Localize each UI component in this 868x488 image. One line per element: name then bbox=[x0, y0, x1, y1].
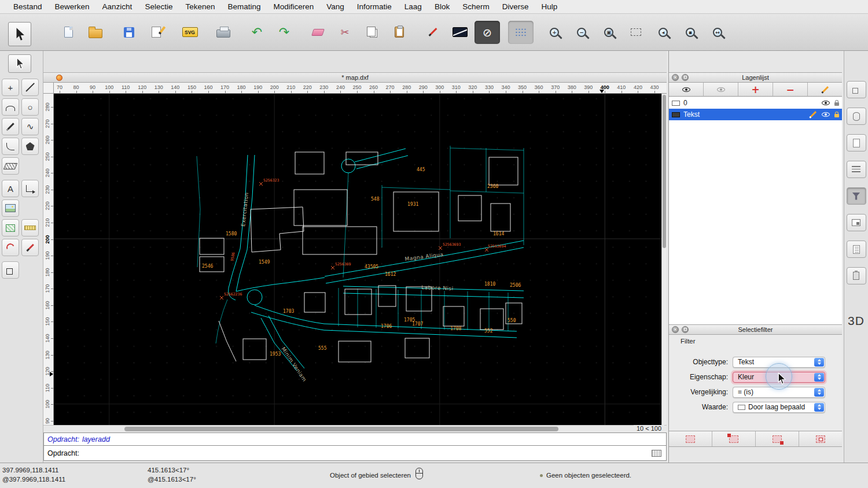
save-file-button[interactable] bbox=[116, 21, 142, 44]
zoom-window-button[interactable]: ▪ bbox=[678, 21, 703, 44]
spline-tool-button[interactable]: ∿ bbox=[21, 118, 39, 135]
arc-tool-button[interactable] bbox=[2, 98, 19, 116]
remove-layer-button[interactable]: − bbox=[773, 83, 808, 96]
edit-layer-button[interactable] bbox=[808, 83, 842, 96]
print-preview-button[interactable] bbox=[211, 21, 236, 44]
trim-tool-button[interactable] bbox=[2, 239, 19, 256]
point-tool-button[interactable]: + bbox=[2, 79, 19, 96]
copy-button[interactable] bbox=[359, 21, 385, 44]
knife-tool-button[interactable] bbox=[21, 239, 39, 256]
hatch-region-tool-button[interactable] bbox=[2, 157, 19, 175]
filter-subtract-selection-button[interactable] bbox=[756, 431, 799, 446]
filter-select-button[interactable] bbox=[669, 431, 712, 446]
circle-slash-tool-button[interactable]: ⊘ bbox=[475, 21, 500, 44]
zoom-region-button[interactable] bbox=[623, 21, 649, 44]
float-panel-icon[interactable] bbox=[682, 326, 689, 333]
selection-tool-button[interactable] bbox=[8, 22, 31, 46]
circle-tool-button[interactable]: ○ bbox=[21, 98, 39, 116]
keyboard-icon[interactable] bbox=[652, 450, 661, 457]
vertical-scrollbar-thumb[interactable] bbox=[663, 95, 666, 248]
close-icon[interactable]: × bbox=[672, 74, 679, 81]
panel-notes-button[interactable] bbox=[847, 241, 866, 258]
menu-tekenen[interactable]: Tekenen bbox=[179, 2, 221, 11]
palette-selection-tool-button[interactable] bbox=[8, 54, 31, 73]
menu-modificeren[interactable]: Modificeren bbox=[267, 2, 321, 11]
paste-button[interactable] bbox=[387, 21, 412, 44]
horizontal-scrollbar-thumb[interactable] bbox=[124, 427, 558, 431]
line-tool-button[interactable] bbox=[21, 79, 39, 96]
panel-clipboard-button[interactable] bbox=[847, 267, 866, 284]
layer-visibility-others-button[interactable] bbox=[704, 83, 738, 96]
fill-tool-icon bbox=[6, 224, 15, 232]
menu-selectie[interactable]: Selectie bbox=[138, 2, 179, 11]
command-input-line[interactable]: Opdracht: bbox=[43, 446, 667, 461]
image-tool-button[interactable] bbox=[2, 199, 19, 217]
panel-views-button[interactable] bbox=[847, 108, 866, 125]
layer-row-0[interactable]: 0 bbox=[669, 97, 842, 109]
panel-selection-filter-button[interactable] bbox=[847, 187, 866, 205]
text-tool-button[interactable]: A bbox=[2, 180, 19, 197]
eye-icon[interactable] bbox=[822, 112, 830, 117]
svg-export-button[interactable]: SVG bbox=[177, 21, 203, 44]
lock-icon[interactable] bbox=[834, 102, 839, 106]
close-icon[interactable]: × bbox=[672, 326, 679, 333]
menu-bestand[interactable]: Bestand bbox=[7, 2, 49, 11]
layer-row-tekst[interactable]: Tekst bbox=[669, 109, 842, 120]
menu-hulp[interactable]: Hulp bbox=[535, 2, 564, 11]
ruler-tick-label: 90 bbox=[84, 84, 101, 90]
float-panel-icon[interactable] bbox=[682, 74, 689, 81]
menu-diverse[interactable]: Diverse bbox=[496, 2, 535, 11]
panel-sheets-button[interactable] bbox=[847, 134, 866, 151]
edit-drawing-button[interactable] bbox=[144, 21, 169, 44]
menu-blok[interactable]: Blok bbox=[428, 2, 456, 11]
cut-button[interactable]: ✂ bbox=[332, 21, 358, 44]
new-file-button[interactable] bbox=[56, 21, 81, 44]
open-file-button[interactable] bbox=[83, 21, 108, 44]
add-layer-button[interactable]: + bbox=[738, 83, 773, 96]
filter-add-selection-button[interactable] bbox=[712, 431, 756, 446]
menu-aanzicht[interactable]: Aanzicht bbox=[96, 2, 139, 11]
zoom-in-button[interactable]: + bbox=[542, 21, 567, 44]
ruler-tick bbox=[274, 91, 275, 93]
zoom-previous-button[interactable]: ◂ bbox=[650, 21, 676, 44]
filter-select-visible-button[interactable] bbox=[799, 431, 842, 446]
menu-bemating[interactable]: Bemating bbox=[221, 2, 267, 11]
eye-icon[interactable] bbox=[822, 101, 830, 105]
horizontal-scrollbar[interactable] bbox=[43, 425, 667, 432]
grid-toggle-button[interactable] bbox=[508, 21, 534, 44]
undo-button[interactable]: ↶ bbox=[244, 21, 270, 44]
polygon-tool-button[interactable] bbox=[21, 138, 39, 155]
vertical-scrollbar[interactable] bbox=[661, 94, 667, 425]
linetype-button[interactable] bbox=[447, 21, 473, 44]
menu-laag[interactable]: Laag bbox=[398, 2, 428, 11]
erase-button[interactable] bbox=[305, 21, 330, 44]
fillet-tool-button[interactable] bbox=[2, 138, 19, 155]
dimension-tool-button[interactable] bbox=[21, 180, 39, 197]
panel-frames-button[interactable] bbox=[847, 214, 866, 231]
measure-tool-button[interactable] bbox=[21, 219, 39, 236]
zoom-dynamic-button[interactable]: ↔ bbox=[705, 21, 730, 44]
menu-bewerken[interactable]: Bewerken bbox=[49, 2, 96, 11]
pen-icon[interactable] bbox=[808, 110, 817, 119]
popup-stepper-icon bbox=[814, 373, 824, 382]
fill-tool-button[interactable] bbox=[2, 219, 19, 236]
zoom-out-button[interactable]: − bbox=[569, 21, 594, 44]
zoom-extents-button[interactable]: ▣ bbox=[596, 21, 621, 44]
menu-vang[interactable]: Vang bbox=[320, 2, 351, 11]
svg-text:9586: 9586 bbox=[230, 252, 236, 261]
waarde-popup[interactable]: Door laag bepaald bbox=[733, 402, 825, 413]
panel-perspective-button[interactable] bbox=[847, 81, 866, 98]
solids-tool-button[interactable] bbox=[2, 261, 19, 279]
ruler-tick-label: 140 bbox=[45, 330, 52, 346]
menu-informatie[interactable]: Informatie bbox=[351, 2, 398, 11]
layer-visible-toggle-button[interactable] bbox=[669, 83, 704, 96]
ruler-tick-label: 270 bbox=[45, 116, 52, 132]
lock-icon[interactable] bbox=[834, 114, 839, 117]
panel-layers-list-button[interactable] bbox=[847, 161, 866, 178]
redo-button[interactable]: ↷ bbox=[271, 21, 297, 44]
menu-scherm[interactable]: Scherm bbox=[456, 2, 496, 11]
chevron-down-icon bbox=[818, 378, 821, 380]
drawing-canvas[interactable]: 4452360548193116141580254615494350516121… bbox=[54, 94, 661, 425]
freehand-tool-button[interactable] bbox=[2, 118, 19, 135]
pen-style-button[interactable] bbox=[420, 21, 446, 44]
